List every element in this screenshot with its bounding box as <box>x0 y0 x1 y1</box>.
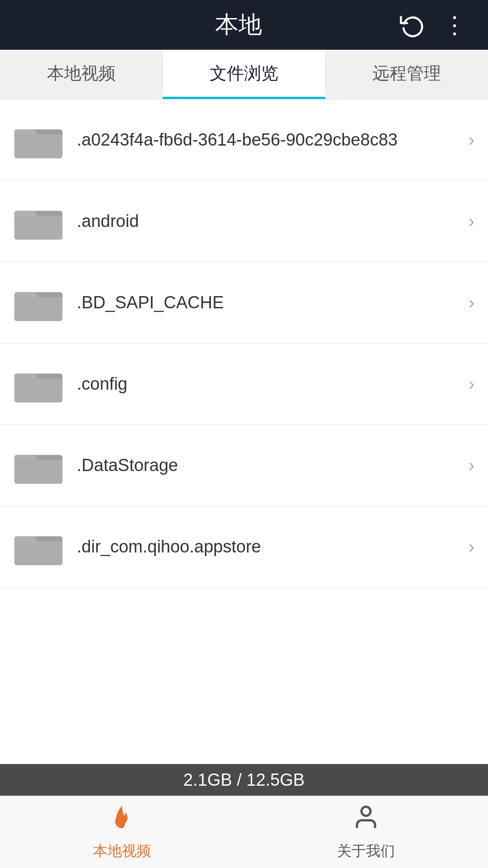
file-name: .DataStorage <box>77 456 464 475</box>
folder-icon <box>14 115 63 165</box>
list-item[interactable]: .android › <box>0 181 488 262</box>
tab-remote-mgmt[interactable]: 远程管理 <box>326 50 488 99</box>
file-name: .BD_SAPI_CACHE <box>77 293 464 312</box>
svg-rect-3 <box>14 216 62 240</box>
chevron-right-icon: › <box>469 455 474 476</box>
svg-rect-1 <box>14 134 62 158</box>
tab-bar: 本地视频 文件浏览 远程管理 <box>0 50 488 99</box>
nav-local-video-label: 本地视频 <box>93 841 151 861</box>
folder-icon <box>14 197 63 246</box>
file-name: .config <box>77 374 464 394</box>
chevron-right-icon: › <box>469 292 474 313</box>
header-actions: ⋮ <box>400 13 465 38</box>
folder-icon <box>14 278 63 328</box>
folder-icon <box>14 359 63 409</box>
chevron-right-icon: › <box>469 537 474 557</box>
list-item[interactable]: .BD_SAPI_CACHE › <box>0 262 488 344</box>
nav-about-us-label: 关于我们 <box>337 841 395 861</box>
page-title: 本地 <box>77 9 400 41</box>
refresh-button[interactable] <box>400 13 425 38</box>
list-item[interactable]: .a0243f4a-fb6d-3614-be56-90c29cbe8c83 › <box>0 99 488 181</box>
more-button[interactable]: ⋮ <box>443 13 465 37</box>
list-item[interactable]: .config › <box>0 344 488 425</box>
svg-rect-5 <box>14 297 62 321</box>
svg-rect-7 <box>14 378 62 402</box>
list-item[interactable]: .dir_com.qihoo.appstore › <box>0 506 488 588</box>
chevron-right-icon: › <box>469 130 474 150</box>
folder-icon <box>14 522 63 572</box>
tab-file-browser[interactable]: 文件浏览 <box>163 50 325 99</box>
file-name: .android <box>77 212 464 231</box>
svg-point-12 <box>361 807 371 816</box>
file-name: .dir_com.qihoo.appstore <box>77 537 464 557</box>
list-item[interactable]: .DataStorage › <box>0 425 488 506</box>
svg-rect-9 <box>14 460 62 484</box>
file-list: .a0243f4a-fb6d-3614-be56-90c29cbe8c83 › … <box>0 99 488 764</box>
bottom-nav: 本地视频 关于我们 <box>0 796 488 868</box>
more-dots-icon: ⋮ <box>443 13 465 37</box>
file-name: .a0243f4a-fb6d-3614-be56-90c29cbe8c83 <box>77 130 464 150</box>
flame-icon <box>108 803 136 837</box>
nav-local-video[interactable]: 本地视频 <box>0 803 244 861</box>
tab-local-video[interactable]: 本地视频 <box>0 50 162 99</box>
nav-about-us[interactable]: 关于我们 <box>244 803 488 861</box>
chevron-right-icon: › <box>469 374 474 394</box>
chevron-right-icon: › <box>469 211 474 231</box>
storage-bar: 2.1GB / 12.5GB <box>0 764 488 796</box>
header: 本地 ⋮ <box>0 0 488 50</box>
user-icon <box>352 803 380 837</box>
svg-rect-11 <box>14 541 62 565</box>
folder-icon <box>14 441 63 491</box>
storage-text: 2.1GB / 12.5GB <box>183 770 305 790</box>
